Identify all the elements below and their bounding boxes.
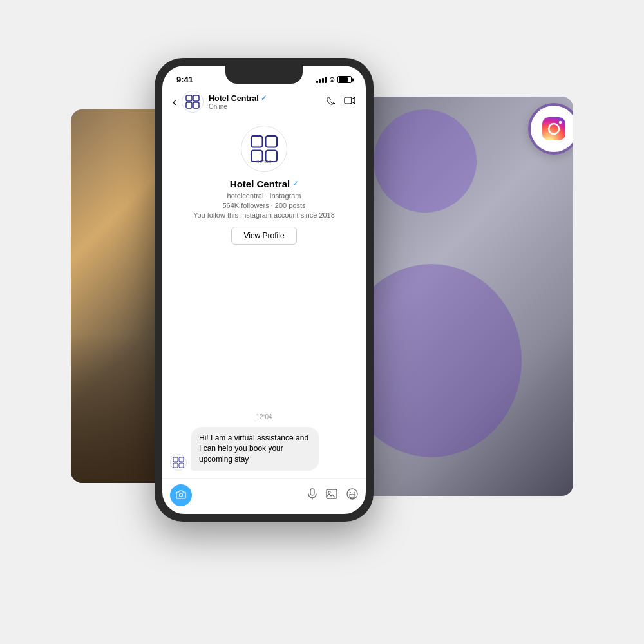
microphone-icon[interactable] — [308, 488, 317, 502]
svg-rect-7 — [345, 97, 352, 104]
svg-rect-5 — [186, 102, 192, 108]
instagram-icon — [540, 115, 568, 143]
nav-info: Hotel Central ✓ Online — [209, 94, 267, 110]
profile-follow-info: You follow this Instagram account since … — [193, 211, 335, 219]
input-bar — [162, 478, 366, 514]
chat-message-bubble: Hi! I am a virtual assistance and I can … — [191, 427, 319, 471]
phone-call-icon[interactable] — [325, 95, 335, 108]
svg-rect-18 — [310, 489, 314, 495]
input-action-icons — [308, 488, 358, 502]
svg-point-2 — [559, 121, 562, 124]
wifi-icon: ⊜ — [329, 75, 335, 84]
svg-rect-0 — [542, 117, 565, 140]
profile-avatar: HOTELS — [241, 126, 287, 172]
svg-point-22 — [350, 492, 351, 493]
nav-name: Hotel Central ✓ — [209, 94, 267, 103]
phone-mockup: 9:41 ⊜ ‹ — [155, 58, 374, 522]
image-icon[interactable] — [326, 489, 337, 502]
svg-rect-14 — [179, 457, 184, 462]
svg-rect-9 — [266, 136, 278, 147]
verified-badge-nav: ✓ — [261, 94, 267, 102]
room-image-right — [354, 97, 573, 496]
scene: 9:41 ⊜ ‹ — [71, 58, 573, 586]
nav-avatar — [182, 91, 204, 113]
svg-point-23 — [354, 492, 355, 493]
instagram-badge — [528, 103, 573, 155]
battery-icon — [337, 76, 352, 83]
svg-point-17 — [180, 493, 183, 497]
camera-icon — [176, 490, 186, 501]
message-sender-avatar — [170, 454, 187, 471]
chat-message-row: Hi! I am a virtual assistance and I can … — [170, 427, 358, 471]
profile-section: HOTELS Hotel Central ✓ hotelcentral · In… — [162, 118, 366, 255]
svg-rect-13 — [173, 457, 178, 462]
nav-left: ‹ Hotel Central ✓ — [173, 91, 267, 113]
video-call-icon[interactable] — [344, 96, 355, 108]
view-profile-button[interactable]: View Profile — [231, 227, 296, 245]
status-icons: ⊜ — [316, 75, 352, 84]
hotel-logo: HOTELS — [248, 133, 280, 165]
verified-badge-profile: ✓ — [292, 180, 298, 188]
purple-blob-top — [374, 109, 477, 213]
sticker-icon[interactable] — [346, 488, 358, 502]
nav-status: Online — [209, 103, 267, 110]
signal-icon — [316, 77, 327, 83]
chat-area: 12:04 Hi! I am a virtual assistance and … — [162, 255, 366, 478]
chat-timestamp: 12:04 — [170, 413, 358, 421]
svg-rect-3 — [186, 95, 192, 101]
nav-actions — [325, 95, 355, 108]
svg-rect-20 — [327, 489, 337, 498]
profile-name: Hotel Central ✓ — [230, 178, 298, 189]
purple-blob-bottom — [354, 264, 522, 457]
back-button[interactable]: ‹ — [173, 95, 176, 109]
profile-stats: 564K followers · 200 posts — [222, 202, 305, 209]
status-time: 9:41 — [176, 75, 193, 84]
svg-rect-8 — [251, 136, 263, 147]
bg-card-right — [354, 97, 573, 496]
svg-rect-6 — [193, 102, 199, 108]
phone-notch — [225, 66, 303, 84]
camera-button[interactable] — [170, 484, 192, 506]
profile-handle: hotelcentral · Instagram — [227, 192, 301, 200]
phone-screen: 9:41 ⊜ ‹ — [162, 66, 366, 514]
svg-rect-15 — [173, 463, 178, 468]
svg-rect-16 — [179, 463, 184, 468]
svg-rect-4 — [193, 95, 199, 101]
svg-point-21 — [328, 491, 330, 493]
svg-text:HOTELS: HOTELS — [256, 160, 271, 164]
nav-bar: ‹ Hotel Central ✓ — [162, 87, 366, 118]
